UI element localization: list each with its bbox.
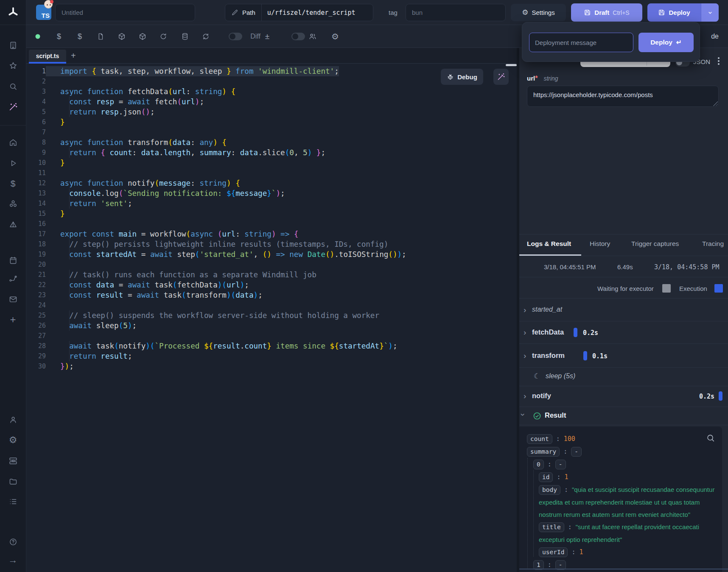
code-line[interactable]: 16 xyxy=(26,219,517,229)
code-line[interactable]: 26 await sleep(5); xyxy=(26,321,517,331)
settings-button[interactable]: ⚙ Settings xyxy=(511,4,566,21)
code-line[interactable]: 14 return 'sent'; xyxy=(26,198,517,209)
result-row[interactable]: summary : - xyxy=(519,445,715,458)
ai-wand-icon[interactable] xyxy=(8,102,18,112)
multiplayer-toggle[interactable] xyxy=(291,33,305,40)
code-line[interactable]: 15} xyxy=(26,209,517,219)
add-tab-button[interactable]: + xyxy=(71,48,76,64)
chevron-right-icon[interactable]: › xyxy=(524,305,526,315)
help-circle-icon[interactable] xyxy=(9,538,17,546)
schedules-prism-icon[interactable] xyxy=(9,220,17,229)
flows-route-icon[interactable] xyxy=(8,274,17,283)
code-line[interactable]: 5 return resp.json(); xyxy=(26,107,517,117)
deploy-dropdown-button[interactable] xyxy=(701,3,719,22)
refresh-icon[interactable] xyxy=(202,33,210,40)
windmill-logo-icon[interactable] xyxy=(8,7,19,18)
code-line[interactable]: 4 const resp = await fetch(url); xyxy=(26,97,517,107)
home-icon[interactable] xyxy=(9,138,17,147)
diff-toggle[interactable] xyxy=(229,33,242,40)
variables-dollar-icon[interactable]: $ xyxy=(11,179,16,189)
scrollbar-thumb[interactable] xyxy=(506,64,517,66)
code-line[interactable]: 30}); xyxy=(26,361,517,371)
step-transform[interactable]: transform xyxy=(532,352,565,360)
code-line[interactable]: 29 return result; xyxy=(26,351,517,361)
result-row[interactable]: 0 : - xyxy=(519,458,715,471)
collapse-arrow-icon[interactable]: → xyxy=(8,555,18,566)
code-line[interactable]: 22 const data = await task(fetchData)(ur… xyxy=(26,280,517,290)
code-line[interactable]: 7 xyxy=(26,127,517,137)
chevron-right-icon[interactable]: › xyxy=(524,328,526,337)
code-line[interactable]: 8async function transform(data: any) { xyxy=(26,137,517,148)
tab-trigger-captures[interactable]: Trigger captures xyxy=(631,240,679,248)
star-icon[interactable] xyxy=(9,61,17,70)
resources-cubes-icon[interactable] xyxy=(8,200,17,209)
add-plus-icon[interactable]: + xyxy=(10,314,16,326)
step-started-at[interactable]: started_at xyxy=(532,306,562,313)
code-line[interactable]: 19 const startedAt = await step('started… xyxy=(26,249,517,259)
code-line[interactable]: 28 await task(notify)(`Processed ${resul… xyxy=(26,341,517,351)
draft-button[interactable]: Draft Ctrl+S xyxy=(571,3,642,22)
package-icon[interactable] xyxy=(139,32,147,40)
code-line[interactable]: 24 xyxy=(26,300,517,310)
database-icon[interactable] xyxy=(181,33,189,40)
code-line[interactable]: 27 xyxy=(26,331,517,341)
tag-input[interactable] xyxy=(406,4,506,21)
result-row[interactable]: count : 100 xyxy=(519,432,715,445)
folders-icon[interactable] xyxy=(9,477,17,486)
code-line[interactable]: 11 xyxy=(26,168,517,178)
code-line[interactable]: 17export const main = workflow(async (ur… xyxy=(26,229,517,239)
tab-script-ts[interactable]: script.ts xyxy=(29,50,66,62)
ai-wand-button[interactable] xyxy=(493,69,509,85)
tab-tracing[interactable]: Tracing xyxy=(702,240,724,248)
kebab-menu-icon[interactable] xyxy=(718,57,720,66)
file-icon[interactable] xyxy=(97,33,104,40)
chevron-right-icon[interactable]: › xyxy=(524,391,526,401)
result-row[interactable]: userId : 1 xyxy=(519,546,715,558)
deployment-message-input[interactable] xyxy=(529,33,633,52)
settings-gear-icon[interactable]: ⚙ xyxy=(9,435,17,446)
editor-settings-gear-icon[interactable]: ⚙ xyxy=(331,31,339,42)
code-line[interactable]: 20 xyxy=(26,259,517,270)
code-line[interactable]: 21 // task() runs each function as a sep… xyxy=(26,270,517,280)
code-line[interactable]: 18 // step() persists lightweight inline… xyxy=(26,239,517,249)
code-line[interactable]: 23 const result = await task(transform)(… xyxy=(26,290,517,300)
code-line[interactable]: 25 // sleep() suspends the workflow serv… xyxy=(26,310,517,321)
workers-server-icon[interactable] xyxy=(8,457,17,466)
runs-play-icon[interactable] xyxy=(9,159,17,167)
code-line[interactable]: 3async function fetchData(url: string) { xyxy=(26,86,517,97)
deploy-button[interactable]: Deploy xyxy=(647,3,701,22)
workspace-building-icon[interactable] xyxy=(9,41,17,50)
mail-icon[interactable] xyxy=(9,295,17,304)
calendar-icon[interactable] xyxy=(9,256,17,265)
result-row[interactable]: body : "quia et suscipit suscipit recusa… xyxy=(519,483,715,521)
rotate-icon[interactable] xyxy=(160,33,167,40)
chevron-down-icon[interactable]: › xyxy=(518,413,528,416)
code-editor[interactable]: 1import { task, step, workflow, sleep } … xyxy=(26,64,517,572)
popup-deploy-button[interactable]: Deploy ↵ xyxy=(638,33,694,52)
path-group[interactable]: Path u/rfiszel/tender_script xyxy=(225,4,373,21)
result-row[interactable]: title : "sunt aut facere repellat provid… xyxy=(519,521,715,546)
step-fetchdata[interactable]: fetchData xyxy=(532,328,564,336)
result-row[interactable]: id : 1 xyxy=(519,471,715,483)
dollar-icon[interactable]: $ xyxy=(57,32,61,41)
step-notify[interactable]: notify xyxy=(532,392,551,400)
debug-button[interactable]: Debug xyxy=(441,69,483,85)
tab-history[interactable]: History xyxy=(590,240,610,248)
url-input[interactable]: https://jsonplaceholder.typicode.com/pos… xyxy=(527,86,719,107)
code-line[interactable]: 12async function notify(message: string)… xyxy=(26,178,517,188)
plus-minus-icon[interactable]: ± xyxy=(265,32,269,41)
code-line[interactable]: 13 console.log(`Sending notification: ${… xyxy=(26,188,517,198)
dollar-icon[interactable]: $ xyxy=(78,32,82,41)
audit-list-icon[interactable] xyxy=(9,497,17,506)
chevron-right-icon[interactable]: › xyxy=(524,351,526,360)
result-label[interactable]: Result xyxy=(545,411,566,419)
search-icon[interactable] xyxy=(9,82,17,91)
code-line[interactable]: 10} xyxy=(26,158,517,168)
script-name-input[interactable] xyxy=(55,4,195,21)
package-icon[interactable] xyxy=(118,32,126,40)
result-search-icon[interactable] xyxy=(706,433,715,443)
code-line[interactable]: 6} xyxy=(26,117,517,127)
user-icon[interactable] xyxy=(9,416,17,424)
code-line[interactable]: 9 return { count: data.length, summary: … xyxy=(26,148,517,158)
tab-logs-result[interactable]: Logs & Result xyxy=(527,240,571,248)
